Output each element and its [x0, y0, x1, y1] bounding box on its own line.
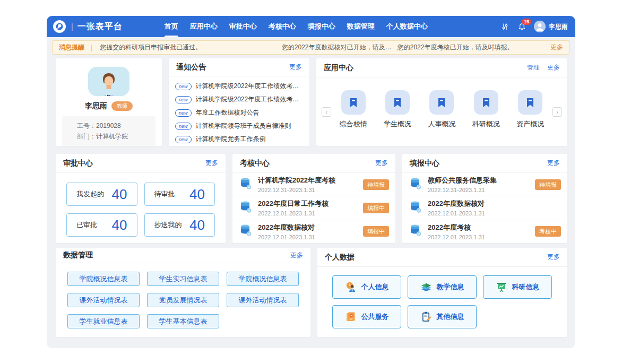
task-row[interactable]: 教师公共服务信息采集2022.12.31-2023.1.31 待填报: [402, 173, 567, 196]
task-date: 2022.12.01-2023.1.31: [428, 234, 485, 240]
stat-pending[interactable]: 待审批40: [144, 183, 215, 206]
personal-button-label: 个人信息: [361, 282, 389, 292]
teaching-info-button[interactable]: 教学信息: [408, 275, 477, 299]
department-label: 部门：: [77, 133, 96, 140]
assessment-more-link[interactable]: 更多: [375, 159, 388, 168]
stat-approved[interactable]: 已审批40: [66, 213, 137, 237]
task-row[interactable]: 2022年度日常工作考核2022.12.01-2023.1.31 填报中: [232, 196, 395, 220]
personal-data-card: 个人数据 更多 个人信息 教学信息 科研信息: [317, 248, 567, 337]
stat-value: 40: [189, 217, 205, 233]
nav-username: 李思雨: [549, 22, 568, 31]
app-label: 学生概况: [384, 119, 411, 129]
app-item[interactable]: 科研概况: [472, 90, 500, 129]
task-name: 2022年度数据核对: [258, 223, 315, 232]
alert-divider: |: [91, 44, 92, 51]
app-item[interactable]: 学生概况: [384, 90, 411, 129]
stat-initiated[interactable]: 我发起的40: [66, 183, 137, 206]
personal-info-button[interactable]: 个人信息: [332, 275, 401, 299]
brand-divider: |: [71, 22, 73, 31]
new-badge: new: [175, 96, 192, 103]
personal-more-link[interactable]: 更多: [547, 253, 560, 262]
user-avatar-icon: [534, 21, 546, 32]
nav-item-reporting-center[interactable]: 填报中心: [302, 16, 341, 37]
app-item[interactable]: 资产概况: [516, 90, 544, 129]
carousel-prev-icon[interactable]: ‹: [322, 107, 331, 117]
presentation-chart-icon: [496, 281, 507, 293]
nav-item-data-management[interactable]: 数据管理: [341, 16, 381, 37]
data-mgmt-grid: 学院概况信息表 学生实习信息表 学院概况信息表 课外活动情况表 党员发展情况表 …: [56, 263, 310, 337]
employee-id-value: 2019028: [96, 122, 121, 129]
app-center-title: 应用中心: [324, 63, 353, 73]
status-badge: 填报中: [363, 226, 389, 237]
nav-user[interactable]: 李思雨: [534, 21, 568, 32]
carousel-next-icon[interactable]: ›: [552, 107, 562, 117]
nav-item-approval-center[interactable]: 审批中心: [223, 16, 263, 37]
department-row: 部门：计算机学院: [77, 131, 156, 142]
stat-label: 已审批: [76, 220, 97, 230]
form-button[interactable]: 课外活动情况表: [227, 293, 299, 307]
app-item[interactable]: 人事概况: [428, 90, 455, 129]
notice-list: new计算机学院级2022年度工作绩效考核结果公示 new计算机学院级2022年…: [169, 76, 309, 146]
public-service-button[interactable]: 公共服务: [332, 305, 401, 328]
sliders-icon[interactable]: [500, 22, 509, 31]
status-badge: 待填报: [363, 179, 389, 190]
notice-item[interactable]: new年度工作数据核对公告: [175, 106, 303, 119]
reporting-more-link[interactable]: 更多: [547, 159, 560, 168]
app-center-more-link[interactable]: 更多: [547, 63, 560, 72]
task-name: 2022年度考核: [428, 223, 485, 232]
nav-item-assessment-center[interactable]: 考核中心: [263, 16, 302, 37]
new-badge: new: [175, 83, 192, 90]
form-button[interactable]: 学院概况信息表: [67, 272, 140, 286]
app-center-manage-link[interactable]: 管理: [527, 63, 540, 72]
stat-label: 抄送我的: [154, 220, 182, 230]
profile-info: 工号：2019028 部门：计算机学院: [62, 116, 156, 146]
bookmark-icon: [341, 90, 366, 115]
alert-more-link[interactable]: 更多: [550, 43, 563, 52]
data-mgmt-title: 数据管理: [63, 250, 93, 260]
form-button[interactable]: 课外活动情况表: [67, 293, 140, 307]
personal-button-label: 公共服务: [361, 312, 389, 322]
notification-bell-icon[interactable]: 15: [517, 22, 526, 31]
main-content: 李思雨 教师 工号：2019028 部门：计算机学院 通知公告 更多 new计算…: [47, 55, 575, 337]
profile-card: 李思雨 教师 工号：2019028 部门：计算机学院: [56, 58, 162, 146]
app-list: 综合校情 学生概况 人事概况 科研概况: [331, 90, 552, 129]
form-button[interactable]: 党员发展情况表: [147, 293, 219, 307]
task-row[interactable]: 计算机学院2022年度考核2022.12.31-2023.1.31 待填报: [232, 173, 395, 196]
form-button[interactable]: 学生基本信息表: [147, 314, 219, 328]
reporting-list: 教师公共服务信息采集2022.12.31-2023.1.31 待填报 2022年…: [402, 173, 567, 243]
notice-more-link[interactable]: 更多: [289, 63, 302, 72]
data-management-card: 数据管理 更多 学院概况信息表 学生实习信息表 学院概况信息表 课外活动情况表 …: [56, 248, 310, 337]
notice-item[interactable]: new计算机学院党务工作条例: [175, 133, 303, 146]
app-item[interactable]: 综合校情: [340, 90, 367, 129]
database-icon: [409, 200, 422, 216]
form-button[interactable]: 学生就业信息表: [67, 314, 140, 328]
nav-item-personal-data-center[interactable]: 个人数据中心: [381, 16, 434, 37]
data-mgmt-more-link[interactable]: 更多: [290, 251, 303, 260]
documents-icon: [345, 311, 357, 323]
brand-logo-icon: [53, 20, 66, 33]
approval-title: 审批中心: [63, 159, 93, 168]
notice-item[interactable]: new计算机学院领导班子成员自律准则: [175, 119, 303, 133]
task-date: 2022.12.31-2023.1.31: [258, 187, 335, 193]
notice-item[interactable]: new计算机学院级2022年度工作绩效考核结果公示: [175, 80, 303, 93]
form-button[interactable]: 学院概况信息表: [227, 272, 299, 286]
task-row[interactable]: 2022年度考核2022.12.01-2023.1.31 考核中: [402, 220, 567, 243]
nav-item-app-center[interactable]: 应用中心: [184, 16, 223, 37]
bookmark-icon: [385, 90, 410, 115]
task-row[interactable]: 2022年度数据核对2022.12.01-2023.1.31: [402, 196, 567, 220]
notice-item-text: 计算机学院级2022年度工作绩效考核办法: [196, 95, 303, 104]
stat-label: 我发起的: [76, 189, 104, 199]
employee-id-label: 工号：: [77, 122, 96, 129]
assessment-title: 考核中心: [240, 159, 270, 168]
research-info-button[interactable]: 科研信息: [483, 275, 552, 299]
task-row[interactable]: 2022年度数据核对2022.12.01-2023.1.31 填报中: [232, 220, 395, 243]
approval-more-link[interactable]: 更多: [205, 159, 218, 168]
other-info-button[interactable]: 其他信息: [408, 305, 477, 328]
task-date: 2022.12.01-2023.1.31: [428, 210, 485, 216]
form-button[interactable]: 学生实习信息表: [147, 272, 219, 286]
nav-item-home[interactable]: 首页: [159, 16, 184, 37]
notice-item[interactable]: new计算机学院级2022年度工作绩效考核办法: [175, 93, 303, 106]
reporting-center-card: 填报中心 更多 教师公共服务信息采集2022.12.31-2023.1.31 待…: [402, 154, 567, 243]
alert-message-1: 您提交的科研项目申报审批已通过。: [100, 43, 282, 52]
stat-cc-me[interactable]: 抄送我的40: [144, 213, 215, 237]
